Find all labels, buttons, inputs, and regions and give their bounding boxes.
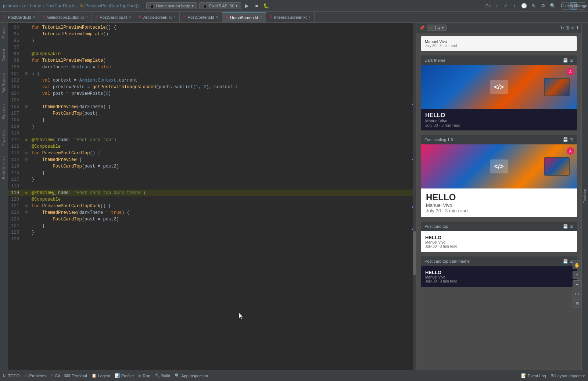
tab-postcontent[interactable]: K PostContent.kt × bbox=[180, 12, 222, 22]
logcat-button[interactable]: 📋 Logcat bbox=[92, 373, 110, 378]
app-inspection-button[interactable]: 🔍 App Inspection bbox=[175, 373, 208, 378]
view-mode-tabs: Code Split Design bbox=[562, 2, 585, 10]
tab-selecttopic[interactable]: K SelectTopicButton.kt × bbox=[39, 12, 92, 22]
logcat-icon: 📋 bbox=[92, 373, 97, 378]
code-line-120: 120 @Composable bbox=[8, 196, 416, 203]
tab-postcards-close[interactable]: × bbox=[33, 15, 35, 19]
tab-postcardtop-close[interactable]: × bbox=[129, 15, 132, 19]
tab-postcontent-close[interactable]: × bbox=[216, 15, 218, 19]
font-scaling-title: Font scaling 1.5 bbox=[424, 137, 453, 142]
tab-interestsscreen-close[interactable]: × bbox=[308, 15, 311, 19]
grid-icon[interactable]: ⊞ bbox=[566, 25, 569, 30]
fit-button[interactable]: ⊞ bbox=[573, 299, 581, 308]
breadcrumb-module[interactable]: ui bbox=[22, 3, 26, 8]
code-view-button[interactable]: Code bbox=[562, 2, 569, 10]
tab-articlescreen-close[interactable]: × bbox=[173, 15, 176, 19]
todo-icon: ☑ bbox=[3, 373, 7, 378]
build-icon: 🔨 bbox=[155, 373, 160, 378]
design-view-button[interactable]: Design bbox=[578, 2, 585, 10]
line-content-98: @Composable bbox=[30, 51, 416, 57]
expand-icon-dark[interactable]: ⊡ bbox=[570, 58, 573, 63]
breadcrumb-home[interactable]: home bbox=[30, 3, 41, 8]
search-icon[interactable]: 🔍 bbox=[549, 2, 556, 10]
line-content-119: @Preview( name: "Post card top dark them… bbox=[30, 190, 416, 196]
line-content-115: PostCardTop(post = post2) bbox=[30, 163, 416, 170]
refresh-icon[interactable]: ↻ bbox=[530, 2, 537, 10]
device-dropdown[interactable]: 📱 Pixel 5 API 30 ▾ bbox=[199, 2, 241, 9]
tab-postcards[interactable]: K PostCards.kt × bbox=[0, 12, 39, 22]
post-top-dark-text-date: July 30 · 3 min read bbox=[425, 279, 573, 283]
tab-homescreen-close[interactable]: × bbox=[260, 15, 262, 19]
expand-icon-top[interactable]: ⊡ bbox=[570, 224, 573, 229]
git-checkmark-icon[interactable]: ✓ bbox=[493, 2, 501, 10]
preview-gear-icon-111[interactable]: ⚙ bbox=[25, 137, 27, 143]
stop-button[interactable]: ■ bbox=[253, 2, 260, 10]
preview-count-button[interactable]: ✓ 1 ▴ ▾ bbox=[427, 25, 447, 31]
fold-icon-101[interactable]: ⊟ bbox=[25, 71, 28, 77]
preview-card-font-scaling: Font scaling 1.5 💾 ⊡ </> A bbox=[421, 135, 577, 217]
run-status-button[interactable]: ▶ Run bbox=[139, 373, 150, 378]
save-icon-top[interactable]: 💾 bbox=[563, 224, 568, 229]
zoom-out-button[interactable]: − bbox=[573, 280, 581, 288]
hand-tool-button[interactable]: ✋ bbox=[573, 260, 581, 269]
run-status-label: Run bbox=[143, 374, 150, 378]
save-icon-dark[interactable]: 💾 bbox=[563, 58, 568, 63]
preview-dropdown[interactable]: 📱 Home screen body ▾ bbox=[146, 2, 197, 9]
layout-inspector-button[interactable]: ⊞ Layout Inspector bbox=[551, 373, 585, 378]
fold-icon-121[interactable]: ⊟ bbox=[25, 203, 28, 209]
tab-selecttopic-close[interactable]: × bbox=[86, 15, 88, 19]
expand-icon-font[interactable]: ⊡ bbox=[570, 137, 573, 142]
git-tick-icon[interactable]: ✔ bbox=[502, 2, 509, 10]
fold-icon-106[interactable]: ⊟ bbox=[25, 104, 28, 110]
zoom-in-button[interactable]: + bbox=[573, 271, 581, 279]
save-icon-top-dark[interactable]: 💾 bbox=[563, 259, 568, 264]
breadcrumb-annotation[interactable]: PreviewPostCardTopDark() bbox=[85, 3, 139, 8]
breadcrumb-file[interactable]: PostCardTop.kt bbox=[46, 3, 76, 8]
tab-interestsscreen[interactable]: K InterestsScreen.kt × bbox=[266, 12, 315, 22]
line-content-117: } bbox=[30, 176, 416, 183]
refresh-preview-icon[interactable]: ↻ bbox=[560, 25, 564, 30]
pull-label[interactable]: Pull Request bbox=[2, 73, 6, 94]
editor-scrollbar[interactable] bbox=[413, 23, 416, 370]
profiler-button[interactable]: 📊 Profiler bbox=[115, 373, 134, 378]
preview-card-post-top: Post card top 💾 ⊡ HELLO Manuel Vivo July… bbox=[421, 222, 577, 252]
settings-icon[interactable]: ⚙ bbox=[539, 2, 547, 10]
font-date: July 30 · 3 min read bbox=[426, 208, 572, 213]
terminal-button[interactable]: ⌨ Terminal bbox=[64, 373, 87, 378]
tab-articlescreen[interactable]: K ArticleScreen.kt × bbox=[135, 12, 180, 22]
preview-gear-icon-119[interactable]: ⚙ bbox=[25, 190, 27, 196]
tab-homescreen[interactable]: K HomeScreen.kt × bbox=[222, 12, 266, 22]
structure-label[interactable]: Structure bbox=[2, 104, 6, 119]
editor-content[interactable]: 94 fun TutorialPreviewFontscale() { 95 T… bbox=[8, 23, 416, 370]
commit-label[interactable]: Commit bbox=[2, 49, 6, 61]
save-icon-font[interactable]: 💾 bbox=[563, 137, 568, 142]
info-icon[interactable]: ℹ bbox=[577, 25, 578, 30]
fold-icon-113[interactable]: ⊟ bbox=[25, 150, 28, 157]
run-button[interactable]: ▶ bbox=[243, 2, 251, 10]
editor-scrollbar-thumb[interactable] bbox=[413, 231, 416, 275]
todo-button[interactable]: ☑ TODO bbox=[3, 373, 20, 378]
fold-icon-114[interactable]: ⊟ bbox=[25, 157, 28, 163]
breadcrumb-project[interactable]: jetnews bbox=[3, 3, 18, 8]
event-log-button[interactable]: 📝 Event Log bbox=[521, 373, 546, 378]
build-variants-label[interactable]: Build Variants bbox=[2, 157, 6, 179]
build-button[interactable]: 🔨 Build bbox=[155, 373, 170, 378]
post-top-dark-body: HELLO Manuel Vivo July 30 · 3 min read bbox=[421, 266, 577, 287]
layers-icon[interactable]: ≋ bbox=[571, 25, 574, 30]
post-top-dark-header: Post card top dark theme 💾 ⊡ bbox=[421, 256, 577, 266]
emulator-label[interactable]: Emulator bbox=[583, 189, 587, 204]
fold-icon-122[interactable]: ⊟ bbox=[25, 209, 28, 216]
debug-button[interactable]: 🐛 bbox=[262, 2, 270, 10]
project-label[interactable]: Project bbox=[2, 26, 6, 38]
problems-button[interactable]: ⚠ Problems bbox=[24, 373, 46, 378]
kt-icon-5: K bbox=[183, 15, 186, 19]
clock-icon[interactable]: 🕐 bbox=[520, 2, 528, 10]
git-arrow-up-icon[interactable]: ↑ bbox=[511, 2, 518, 10]
preview-content[interactable]: Manuel Vivo July 30 · 3 min read Dark th… bbox=[416, 33, 581, 370]
ratio-button[interactable]: 1:1 bbox=[573, 290, 581, 298]
tab-postcardtop[interactable]: K PostCardTop.kt × bbox=[92, 12, 136, 22]
favorites-label[interactable]: Favorites bbox=[2, 130, 6, 145]
git-status-button[interactable]: ⑂ Git bbox=[51, 374, 60, 378]
code-line-105: 105 bbox=[8, 97, 416, 104]
pin-icon[interactable]: 📌 bbox=[419, 25, 425, 30]
